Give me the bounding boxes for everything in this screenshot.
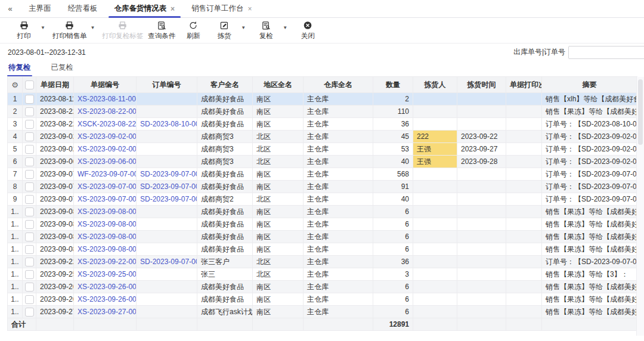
order-link[interactable]: SD-2023-08-10-00002 xyxy=(140,120,197,128)
table-row[interactable]: 72023-09-07WF-2023-09-07-00003SD-2023-09… xyxy=(8,168,637,181)
row-checkbox[interactable] xyxy=(25,132,34,141)
tab-close-icon[interactable]: × xyxy=(171,5,175,13)
row-checkbox[interactable] xyxy=(25,258,34,266)
toolbar-button-2[interactable]: 打印销售单 xyxy=(50,20,89,41)
chevron-down-icon[interactable]: ▼ xyxy=(241,25,246,30)
window-tab-3[interactable]: 仓库备货情况表× xyxy=(106,0,184,17)
tab-close-icon[interactable]: × xyxy=(248,5,252,13)
doc-link[interactable]: XS-2023-09-08-00025 xyxy=(78,220,137,228)
chevron-down-icon[interactable]: ▼ xyxy=(283,25,287,30)
column-header-2[interactable]: 单据编号 xyxy=(74,77,137,93)
column-header-7[interactable]: 数量 xyxy=(373,77,413,93)
row-checkbox[interactable] xyxy=(25,270,34,279)
column-header-10[interactable]: 单据打印次数 xyxy=(506,77,542,93)
table-row[interactable]: 1..2023-09-08XS-2023-09-08-00027成都美好食品南区… xyxy=(8,243,637,256)
toolbar-button-5[interactable]: 刷新 xyxy=(178,20,209,41)
order-link[interactable]: SD-2023-09-07-00017 xyxy=(140,182,197,191)
cell-customer: 成都商贸3 xyxy=(197,156,253,168)
vertical-scrollbar[interactable] xyxy=(636,77,644,336)
table-row[interactable]: 12023-08-11XS-2023-08-11-00013成都美好食品南区主仓… xyxy=(8,93,637,106)
toolbar-button-6[interactable]: 拣货 xyxy=(209,20,240,41)
row-checkbox[interactable] xyxy=(25,295,34,304)
table-row[interactable]: 1..2023-09-26XS-2023-09-26-00032成都美好食品南区… xyxy=(8,281,637,293)
doc-link[interactable]: XS-2023-09-08-00024 xyxy=(78,207,137,216)
table-row[interactable]: 1..2023-09-25XS-2023-09-25-00031张三北区主仓库3… xyxy=(8,268,637,281)
doc-link[interactable]: XSCK-2023-08-22-00001 xyxy=(78,120,137,128)
doc-link[interactable]: XS-2023-09-26-00033 xyxy=(78,295,137,303)
window-tab-2[interactable]: 经营看板 xyxy=(60,0,106,17)
column-header-1[interactable]: 单据日期 xyxy=(36,77,74,93)
grid-settings-gear-icon[interactable]: ⚙ xyxy=(11,80,18,89)
row-checkbox[interactable] xyxy=(25,232,34,241)
row-checkbox[interactable] xyxy=(25,195,34,204)
doc-link[interactable]: XS-2023-09-08-00027 xyxy=(78,245,137,253)
column-header-4[interactable]: 客户全名 xyxy=(197,77,253,93)
table-row[interactable]: 1..2023-09-08XS-2023-09-08-00024成都美好食品南区… xyxy=(8,206,637,218)
chevron-down-icon[interactable]: ▼ xyxy=(90,25,95,30)
order-link[interactable]: SD-2023-09-07-00009 xyxy=(140,170,197,178)
column-header-8[interactable]: 拣货人 xyxy=(413,77,457,93)
doc-link[interactable]: XS-2023-08-11-00013 xyxy=(78,95,137,103)
toolbar-button-label: 关闭 xyxy=(301,32,315,41)
doc-link[interactable]: XS-2023-09-02-00016 xyxy=(78,132,137,141)
table-row[interactable]: 1..2023-09-26XS-2023-09-26-00033成都美好食品南区… xyxy=(8,293,637,306)
chevron-down-icon[interactable]: ▼ xyxy=(41,25,45,30)
cell-region: 北区 xyxy=(253,143,304,156)
table-row[interactable]: 52023-09-02XS-2023-09-02-00017成都商贸3北区主仓库… xyxy=(8,143,637,156)
table-row[interactable]: 42023-09-02XS-2023-09-02-00016成都商贸3北区主仓库… xyxy=(8,131,637,143)
column-header-11[interactable]: 摘要 xyxy=(542,77,637,93)
table-row[interactable]: 1..2023-09-08XS-2023-09-08-00026成都美好食品南区… xyxy=(8,231,637,243)
doc-link[interactable]: XS-2023-09-06-00018 xyxy=(78,157,137,166)
row-checkbox[interactable] xyxy=(25,207,34,216)
row-checkbox[interactable] xyxy=(25,170,34,179)
row-checkbox[interactable] xyxy=(25,308,34,317)
table-row[interactable]: 1..2023-09-08XS-2023-09-08-00025成都美好食品南区… xyxy=(8,218,637,231)
scrollbar-thumb[interactable] xyxy=(638,79,643,145)
column-header-5[interactable]: 地区全名 xyxy=(253,77,304,93)
doc-link[interactable]: XS-2023-09-07-00022 xyxy=(78,182,137,191)
doc-link[interactable]: XS-2023-09-08-00026 xyxy=(78,232,137,241)
column-header-9[interactable]: 拣货时间 xyxy=(457,77,506,93)
toolbar-button-4[interactable]: 查询条件 xyxy=(145,20,178,41)
doc-link[interactable]: WF-2023-09-07-00003 xyxy=(78,170,137,178)
doc-link[interactable]: XS-2023-09-02-00017 xyxy=(78,145,137,153)
window-tab-4[interactable]: 销售订单工作台× xyxy=(183,0,261,17)
date-range-filter[interactable]: 2023-08-01--2023-12-31 xyxy=(8,48,86,57)
row-checkbox[interactable] xyxy=(25,220,34,229)
table-row[interactable]: 1..2023-09-22XS-2023-09-22-00030SD-2023-… xyxy=(8,256,637,268)
select-all-checkbox[interactable] xyxy=(25,80,34,89)
doc-link[interactable]: XS-2023-09-07-00023 xyxy=(78,195,137,203)
row-checkbox[interactable] xyxy=(25,182,34,191)
row-checkbox[interactable] xyxy=(25,283,34,292)
doc-link[interactable]: XS-2023-08-22-00014 xyxy=(78,107,137,116)
toolbar-button-1[interactable]: 打印 xyxy=(8,20,39,41)
order-link[interactable]: SD-2023-09-07-00014 xyxy=(140,195,197,203)
toolbar-button-8[interactable]: 关闭 xyxy=(292,20,323,41)
toolbar-button-7[interactable]: 复检 xyxy=(250,20,281,41)
view-tab-1[interactable]: 待复检 xyxy=(8,63,31,75)
row-checkbox[interactable] xyxy=(25,145,34,154)
table-row[interactable]: 92023-09-07XS-2023-09-07-00023SD-2023-09… xyxy=(8,193,637,206)
cell-customer: 成都飞行ask计划 xyxy=(197,306,253,318)
view-tab-2[interactable]: 已复检 xyxy=(51,63,74,75)
doc-link[interactable]: XS-2023-09-27-00034 xyxy=(78,308,137,316)
doc-link[interactable]: XS-2023-09-26-00032 xyxy=(78,283,137,291)
table-row[interactable]: 1..2023-09-27XS-2023-09-27-00034成都飞行ask计… xyxy=(8,306,637,318)
window-tab-1[interactable]: 主界面 xyxy=(20,0,60,17)
doc-link[interactable]: XS-2023-09-22-00030 xyxy=(78,258,137,266)
row-checkbox[interactable] xyxy=(25,120,34,129)
row-checkbox[interactable] xyxy=(25,157,34,166)
row-checkbox[interactable] xyxy=(25,107,34,116)
table-row[interactable]: 32023-08-22XSCK-2023-08-22-00001SD-2023-… xyxy=(8,118,637,131)
row-checkbox[interactable] xyxy=(25,95,34,104)
row-checkbox[interactable] xyxy=(25,245,34,254)
table-row[interactable]: 22023-08-22XS-2023-08-22-00014成都美好食品南区主仓… xyxy=(8,106,637,118)
table-row[interactable]: 62023-09-06XS-2023-09-06-00018成都商贸3北区主仓库… xyxy=(8,156,637,168)
table-row[interactable]: 82023-09-07XS-2023-09-07-00022SD-2023-09… xyxy=(8,181,637,193)
search-input[interactable] xyxy=(568,46,644,59)
collapse-sidebar-icon[interactable]: « xyxy=(0,0,20,17)
column-header-3[interactable]: 订单编号 xyxy=(137,77,197,93)
column-header-6[interactable]: 仓库全名 xyxy=(304,77,373,93)
doc-link[interactable]: XS-2023-09-25-00031 xyxy=(78,270,137,278)
order-link[interactable]: SD-2023-09-07-00005 xyxy=(140,258,197,266)
